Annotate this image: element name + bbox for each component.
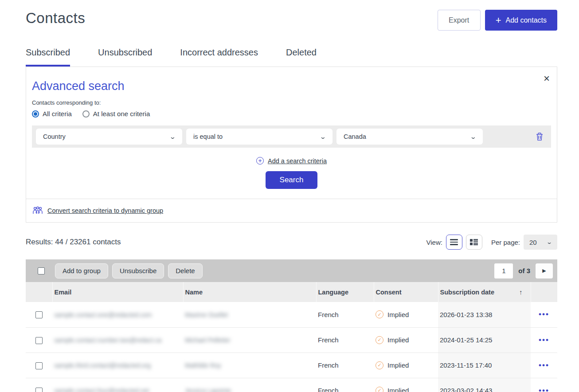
radio-unchecked-icon[interactable]: [82, 110, 90, 118]
search-button[interactable]: Search: [266, 171, 317, 189]
header-actions-spacer: [531, 282, 557, 302]
consent-check-icon: ✓: [376, 310, 383, 318]
plus-circle-icon: +: [256, 157, 264, 165]
email-cell: sample.contact.one@redacted.com: [52, 302, 183, 327]
row-checkbox[interactable]: [35, 388, 43, 392]
name-cell: Jessica Lapointe: [183, 378, 316, 392]
tab-unsubscribed[interactable]: Unsubscribed: [98, 47, 152, 67]
consent-check-icon: ✓: [376, 336, 383, 344]
consent-cell: ✓Implied: [374, 353, 438, 378]
radio-all-label: All criteria: [43, 110, 72, 118]
consent-check-icon: ✓: [376, 361, 383, 369]
subscription-date-cell: 2024-01-25 14:25: [438, 327, 531, 353]
chevron-down-icon: ⌄: [320, 133, 326, 140]
add-contacts-button[interactable]: + Add contacts: [485, 10, 557, 31]
table-row: sample.contact.one@redacted.com Maxime O…: [26, 302, 557, 327]
card-view-button[interactable]: [466, 235, 482, 250]
chevron-down-icon: ⌄: [169, 133, 176, 140]
criteria-value-select[interactable]: Canada ⌄: [336, 129, 483, 145]
add-search-criteria-link[interactable]: Add a search criteria: [268, 157, 327, 165]
chevron-down-icon: ⌄: [470, 133, 477, 140]
results-bar: Results: 44 / 23261 contacts View: Per p…: [26, 235, 557, 250]
column-header-subscription-date: Subscription date ↑: [438, 282, 531, 302]
delete-criteria-trash-icon[interactable]: [536, 132, 544, 141]
criteria-field-value: Country: [43, 133, 66, 140]
language-cell: French: [316, 353, 374, 378]
row-checkbox[interactable]: [35, 337, 43, 344]
convert-to-dynamic-group-link[interactable]: Convert search criteria to dynamic group: [47, 207, 163, 214]
radio-all-criteria[interactable]: All criteria: [32, 110, 72, 118]
tab-deleted[interactable]: Deleted: [286, 47, 317, 67]
people-group-icon: [32, 206, 43, 215]
column-header-name: Name: [183, 282, 316, 302]
consent-cell: ✓Implied: [374, 327, 438, 353]
per-page-label: Per page:: [491, 239, 520, 246]
next-page-button[interactable]: ▶: [536, 263, 553, 278]
card-view-icon: [470, 239, 478, 246]
header-checkbox-spacer: [26, 282, 52, 302]
column-header-consent: Consent: [374, 282, 438, 302]
criteria-row: Country ⌄ is equal to ⌄ Canada ⌄: [32, 125, 551, 148]
page-total-label: of 3: [518, 267, 530, 274]
page-header: Contacts Export + Add contacts: [26, 0, 557, 31]
sort-ascending-icon[interactable]: ↑: [519, 288, 523, 296]
criteria-operator-select[interactable]: is equal to ⌄: [186, 129, 333, 145]
row-checkbox[interactable]: [35, 311, 43, 318]
row-actions-menu-icon[interactable]: •••: [531, 327, 557, 353]
list-view-button[interactable]: [446, 235, 462, 250]
view-controls: View: Per page: 20 ⌄: [426, 235, 557, 250]
consent-cell: ✓Implied: [374, 302, 438, 327]
email-cell: sample.contact.four@redacted.net: [52, 378, 183, 392]
row-actions-menu-icon[interactable]: •••: [531, 353, 557, 378]
radio-any-label: At least one criteria: [93, 110, 150, 118]
page-number-input[interactable]: [494, 263, 513, 278]
name-cell: Michael Pelletier: [183, 327, 316, 353]
criteria-operator-value: is equal to: [193, 133, 223, 140]
list-view-icon: [450, 239, 458, 245]
row-actions-menu-icon[interactable]: •••: [531, 378, 557, 392]
view-label: View:: [426, 239, 442, 246]
per-page-select[interactable]: 20 ⌄: [524, 235, 557, 250]
language-cell: French: [316, 378, 374, 392]
chevron-down-icon: ⌄: [546, 239, 552, 245]
unsubscribe-button[interactable]: Unsubscribe: [112, 263, 164, 278]
results-count: Results: 44 / 23261 contacts: [26, 238, 121, 247]
header-actions: Export + Add contacts: [438, 10, 557, 31]
table-header-row: Email Name Language Consent Subscription…: [26, 282, 557, 302]
export-button[interactable]: Export: [438, 10, 481, 31]
add-to-group-button[interactable]: Add to group: [55, 263, 108, 278]
close-icon[interactable]: ×: [544, 73, 550, 84]
table-row: sample.contact.number.two@redact.ca Mich…: [26, 327, 557, 353]
contacts-table-section: Add to group Unsubscribe Delete of 3 ▶ E…: [26, 259, 557, 392]
contacts-table: Email Name Language Consent Subscription…: [26, 282, 557, 392]
select-all-checkbox[interactable]: [38, 267, 45, 274]
row-actions-menu-icon[interactable]: •••: [531, 302, 557, 327]
criteria-value-value: Canada: [344, 133, 366, 140]
email-cell: sample.third.contact@redacted.org: [52, 353, 183, 378]
subscription-date-cell: 2026-01-23 13:38: [438, 302, 531, 327]
advanced-search-panel: × Advanced search Contacts corresponding…: [26, 67, 557, 223]
language-cell: French: [316, 302, 374, 327]
row-checkbox[interactable]: [35, 362, 43, 369]
tab-incorrect-addresses[interactable]: Incorrect addresses: [180, 47, 258, 67]
add-contacts-label: Add contacts: [506, 16, 547, 24]
add-criteria-row: + Add a search criteria: [32, 157, 551, 165]
radio-checked-icon[interactable]: [32, 110, 39, 118]
email-cell: sample.contact.number.two@redact.ca: [52, 327, 183, 353]
table-row: sample.third.contact@redacted.org Mathil…: [26, 353, 557, 378]
consent-check-icon: ✓: [376, 387, 383, 392]
criteria-mode-radios: All criteria At least one criteria: [32, 110, 551, 118]
language-cell: French: [316, 327, 374, 353]
criteria-field-select[interactable]: Country ⌄: [36, 129, 182, 145]
radio-at-least-one[interactable]: At least one criteria: [82, 110, 150, 118]
subscription-date-cell: 2023-11-15 17:40: [438, 353, 531, 378]
column-header-email: Email: [52, 282, 183, 302]
pagination: of 3 ▶: [494, 263, 553, 278]
name-cell: Maxime Ouellet: [183, 302, 316, 327]
consent-cell: ✓Implied: [374, 378, 438, 392]
convert-row: Convert search criteria to dynamic group: [26, 199, 557, 222]
tab-subscribed[interactable]: Subscribed: [26, 47, 70, 67]
advanced-search-title: Advanced search: [32, 79, 551, 93]
delete-button[interactable]: Delete: [168, 263, 202, 278]
corresponding-label: Contacts corresponding to:: [32, 99, 551, 106]
